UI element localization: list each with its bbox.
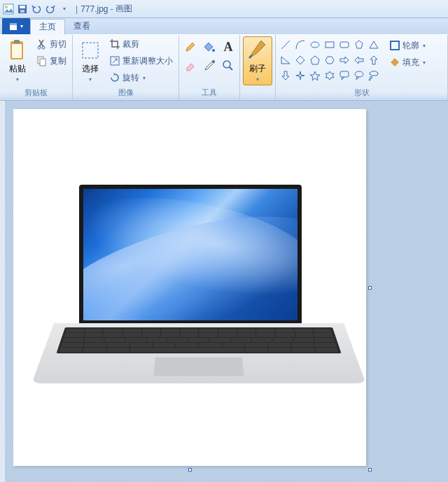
shape-right-triangle[interactable]	[279, 53, 293, 67]
crop-button[interactable]: 裁剪	[106, 36, 176, 52]
shape-polygon[interactable]	[352, 38, 366, 52]
text-tool[interactable]: A	[220, 38, 237, 55]
shape-star4[interactable]	[293, 69, 307, 83]
group-label-image: 图像	[76, 86, 176, 100]
shape-arrow-right[interactable]	[337, 53, 351, 67]
title-separator: |	[76, 4, 78, 14]
shape-oval[interactable]	[308, 38, 322, 52]
magnifier-tool[interactable]	[220, 57, 237, 74]
svg-point-1	[5, 6, 8, 8]
svg-rect-20	[326, 42, 334, 48]
group-label-clipboard: 剪贴板	[3, 86, 69, 100]
tab-home[interactable]: 主页	[30, 19, 65, 35]
resize-handle-bottom[interactable]	[188, 468, 192, 472]
svg-rect-22	[340, 71, 349, 77]
save-icon[interactable]	[17, 3, 28, 15]
pencil-tool[interactable]	[182, 38, 199, 55]
svg-point-18	[223, 61, 230, 68]
shape-arrow-down[interactable]	[279, 69, 293, 83]
svg-rect-21	[340, 42, 349, 48]
brushes-button[interactable]: 刷子 ▾	[243, 36, 272, 85]
svg-rect-14	[83, 43, 98, 58]
outline-button[interactable]: 轮廓▾	[386, 38, 428, 53]
svg-point-16	[212, 49, 215, 52]
ribbon-tabs: ▾ 主页 查看	[0, 18, 448, 35]
document-title: 777.jpg	[80, 4, 108, 14]
resize-handle-right[interactable]	[368, 286, 372, 290]
shape-curve[interactable]	[293, 38, 307, 52]
svg-rect-4	[20, 10, 24, 13]
paste-button[interactable]: 粘贴 ▾	[3, 36, 32, 85]
shape-callout-rect[interactable]	[337, 69, 351, 83]
svg-point-25	[369, 79, 370, 80]
shape-line[interactable]	[279, 38, 293, 52]
color-picker-tool[interactable]	[201, 57, 218, 74]
shape-rect[interactable]	[323, 38, 337, 52]
select-icon	[79, 39, 102, 62]
shape-callout-oval[interactable]	[352, 69, 366, 83]
cut-button[interactable]: 剪切	[34, 36, 69, 52]
svg-point-23	[355, 71, 363, 77]
rotate-icon	[109, 72, 120, 83]
redo-icon[interactable]	[45, 3, 56, 15]
shape-round-rect[interactable]	[337, 38, 351, 52]
canvas-area[interactable]	[5, 101, 448, 482]
svg-rect-8	[12, 44, 22, 58]
group-brushes: 刷子 ▾	[240, 35, 276, 100]
outline-icon	[389, 40, 400, 51]
shape-star5[interactable]	[308, 69, 322, 83]
resize-icon	[109, 55, 120, 66]
rotate-button[interactable]: 旋转▾	[106, 70, 176, 85]
svg-rect-3	[20, 6, 25, 8]
shape-hexagon[interactable]	[323, 53, 337, 67]
ribbon: 粘贴 ▾ 剪切 复制 剪贴板 选择 ▾ 裁剪 重新调整大小 旋转▾ 图像	[0, 35, 448, 101]
svg-rect-13	[40, 59, 46, 66]
group-label-shapes: 形状	[279, 86, 444, 100]
tab-view[interactable]: 查看	[65, 18, 99, 34]
resize-handle-corner[interactable]	[368, 468, 372, 472]
group-tools: A 工具	[179, 35, 240, 100]
shape-arrow-up[interactable]	[367, 53, 381, 67]
qat-dropdown-icon[interactable]: ▾	[59, 3, 70, 15]
undo-icon[interactable]	[31, 3, 42, 15]
svg-point-17	[212, 60, 215, 63]
svg-point-24	[370, 77, 372, 79]
group-shapes: 轮廓▾ 填充▾ 形状	[276, 35, 448, 100]
title-bar: ▾ | 777.jpg - 画图	[0, 0, 448, 18]
copy-button[interactable]: 复制	[34, 53, 69, 69]
shape-diamond[interactable]	[293, 53, 307, 67]
eraser-tool[interactable]	[182, 57, 199, 74]
app-name: 画图	[115, 3, 132, 15]
brush-icon	[246, 39, 269, 62]
svg-rect-26	[391, 41, 399, 50]
title-dash: -	[108, 4, 116, 14]
shape-star6[interactable]	[323, 69, 337, 83]
shape-arrow-left[interactable]	[352, 53, 366, 67]
shape-pentagon[interactable]	[308, 53, 322, 67]
group-clipboard: 粘贴 ▾ 剪切 复制 剪贴板	[0, 35, 73, 100]
group-label-brushes	[243, 88, 272, 100]
app-icon	[3, 3, 14, 15]
svg-rect-9	[14, 40, 20, 43]
svg-rect-6	[10, 23, 17, 25]
copy-icon	[36, 55, 48, 66]
select-button[interactable]: 选择 ▾	[76, 36, 105, 85]
cut-icon	[36, 38, 48, 50]
fill-icon	[389, 57, 400, 68]
crop-icon	[109, 38, 120, 50]
shape-triangle[interactable]	[367, 38, 381, 52]
laptop-image	[54, 185, 344, 414]
canvas[interactable]	[13, 109, 366, 466]
fill-button[interactable]: 填充▾	[386, 55, 428, 70]
paste-icon	[6, 39, 29, 62]
resize-button[interactable]: 重新调整大小	[106, 53, 176, 69]
group-label-tools: 工具	[182, 86, 237, 100]
fill-tool[interactable]	[201, 38, 218, 55]
shape-callout-cloud[interactable]	[367, 69, 381, 83]
svg-point-19	[311, 42, 319, 48]
shapes-gallery[interactable]	[279, 36, 381, 83]
file-tab[interactable]: ▾	[2, 18, 30, 34]
group-image: 选择 ▾ 裁剪 重新调整大小 旋转▾ 图像	[73, 35, 179, 100]
